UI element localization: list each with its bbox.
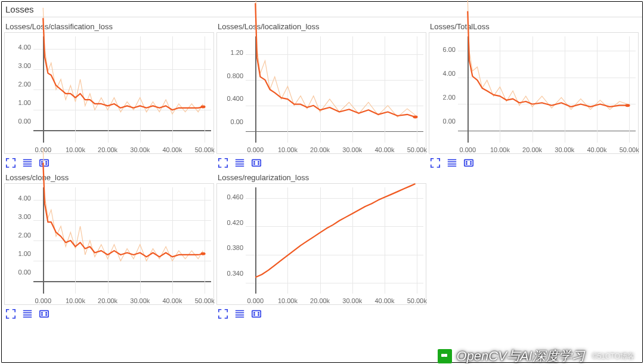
y-tick-label: 0.400 — [227, 95, 243, 102]
x-tick-label: 30.00k — [130, 146, 150, 153]
y-tick-label: 1.00 — [18, 99, 31, 106]
y-tick-label: 1.20 — [231, 49, 243, 56]
svg-point-45 — [254, 312, 255, 313]
svg-rect-5 — [40, 160, 48, 166]
region-select-icon[interactable] — [463, 158, 474, 168]
chart-toolbar — [4, 305, 214, 320]
chart-title: Losses/clone_loss — [4, 171, 214, 183]
y-tick-label: 0.420 — [227, 219, 243, 226]
y-tick-label: 2.00 — [18, 81, 31, 88]
svg-point-36 — [42, 312, 42, 313]
svg-point-30 — [200, 252, 205, 255]
y-tick-label: 0.340 — [227, 270, 243, 277]
y-tick-label: 0.00 — [18, 118, 31, 125]
x-tick-label: 0.000 — [459, 146, 476, 153]
svg-rect-35 — [40, 311, 48, 317]
y-tick-label: 2.00 — [443, 94, 456, 101]
x-tick-label: 0.000 — [247, 146, 264, 153]
chart-plot[interactable]: 0.3400.3800.4200.460 0.00010.00k20.00k30… — [216, 183, 426, 305]
y-tick-label: 4.00 — [18, 44, 31, 51]
svg-point-19 — [258, 164, 259, 164]
region-select-icon[interactable] — [39, 309, 49, 319]
chart-card-classification_loss: Losses/Loss/classification_loss 0.001.00… — [3, 20, 215, 171]
svg-point-18 — [254, 164, 255, 164]
svg-point-0 — [200, 106, 205, 109]
svg-rect-15 — [252, 160, 261, 166]
expand-icon[interactable] — [218, 309, 228, 319]
svg-point-47 — [254, 314, 255, 315]
y-tick-label: 3.00 — [18, 62, 31, 69]
list-icon[interactable] — [447, 158, 457, 168]
x-tick-label: 40.00k — [374, 146, 394, 153]
x-tick-label: 0.000 — [247, 297, 264, 304]
svg-point-10 — [413, 116, 417, 119]
x-tick-label: 10.00k — [278, 297, 298, 304]
expand-icon[interactable] — [430, 158, 441, 168]
x-tick-label: 20.00k — [310, 297, 330, 304]
list-icon[interactable] — [234, 309, 245, 319]
x-tick-label: 40.00k — [374, 297, 394, 304]
x-tick-label: 10.00k — [66, 146, 85, 153]
svg-rect-44 — [252, 311, 261, 317]
chart-toolbar — [429, 154, 639, 169]
y-tick-label: 4.00 — [443, 70, 456, 77]
svg-point-28 — [466, 164, 467, 164]
region-select-icon[interactable] — [251, 309, 262, 319]
chart-toolbar — [4, 154, 214, 169]
chart-plot[interactable]: 0.001.002.003.004.00 0.00010.00k20.00k30… — [4, 32, 214, 154]
svg-point-6 — [42, 161, 42, 162]
x-tick-label: 30.00k — [342, 297, 362, 304]
svg-point-17 — [258, 161, 259, 162]
y-tick-label: 0.00 — [18, 269, 31, 276]
svg-rect-25 — [465, 160, 473, 166]
x-tick-label: 40.00k — [162, 297, 182, 304]
chart-card-localization_loss: Losses/Loss/localization_loss 0.000.4000… — [215, 20, 428, 171]
svg-point-8 — [42, 164, 42, 164]
x-tick-label: 20.00k — [98, 297, 117, 304]
y-tick-label: 0.380 — [227, 244, 243, 251]
svg-point-39 — [46, 314, 47, 315]
expand-icon[interactable] — [218, 158, 228, 168]
region-select-icon[interactable] — [251, 158, 262, 168]
x-tick-label: 10.00k — [490, 146, 510, 153]
list-icon[interactable] — [22, 158, 33, 168]
chart-card-total_loss: Losses/TotalLoss 0.002.004.006.00 0.0001… — [428, 20, 640, 171]
x-tick-label: 20.00k — [522, 146, 542, 153]
chart-plot[interactable]: 0.000.4000.8001.20 0.00010.00k20.00k30.0… — [216, 32, 426, 154]
svg-point-26 — [466, 161, 467, 162]
chart-plot[interactable]: 0.002.004.006.00 0.00010.00k20.00k30.00k… — [429, 32, 639, 154]
chart-title: Losses/TotalLoss — [429, 20, 639, 32]
y-tick-label: 1.00 — [18, 250, 31, 257]
region-select-icon[interactable] — [39, 158, 49, 168]
x-tick-label: 10.00k — [278, 146, 298, 153]
svg-point-9 — [46, 164, 47, 164]
chart-toolbar — [216, 154, 426, 169]
x-tick-label: 50.00k — [195, 146, 215, 153]
svg-point-7 — [46, 161, 47, 162]
svg-point-38 — [42, 314, 42, 315]
x-tick-label: 30.00k — [342, 146, 362, 153]
list-icon[interactable] — [22, 309, 33, 319]
expand-icon[interactable] — [5, 158, 16, 168]
svg-point-29 — [470, 164, 471, 164]
y-tick-label: 0.460 — [227, 193, 243, 200]
chart-title: Losses/Loss/classification_loss — [4, 20, 214, 32]
chart-card-regularization_loss: Losses/regularization_loss 0.3400.3800.4… — [215, 171, 428, 322]
svg-point-16 — [254, 161, 255, 162]
y-tick-label: 0.00 — [231, 118, 243, 125]
chart-title: Losses/Loss/localization_loss — [216, 20, 426, 32]
x-tick-label: 50.00k — [407, 297, 427, 304]
x-tick-label: 40.00k — [587, 146, 606, 153]
x-tick-label: 20.00k — [98, 146, 117, 153]
panel-title: Losses — [2, 2, 642, 17]
chart-plot[interactable]: 0.001.002.003.004.00 0.00010.00k20.00k30… — [4, 183, 214, 305]
y-tick-label: 0.800 — [227, 72, 243, 79]
y-tick-label: 3.00 — [18, 213, 31, 220]
y-tick-label: 4.00 — [18, 195, 31, 202]
list-icon[interactable] — [234, 158, 245, 168]
chart-card-clone_loss: Losses/clone_loss 0.001.002.003.004.00 0… — [3, 171, 215, 322]
y-tick-label: 6.00 — [443, 46, 456, 53]
x-tick-label: 50.00k — [407, 146, 427, 153]
expand-icon[interactable] — [5, 309, 16, 319]
svg-point-46 — [258, 312, 259, 313]
